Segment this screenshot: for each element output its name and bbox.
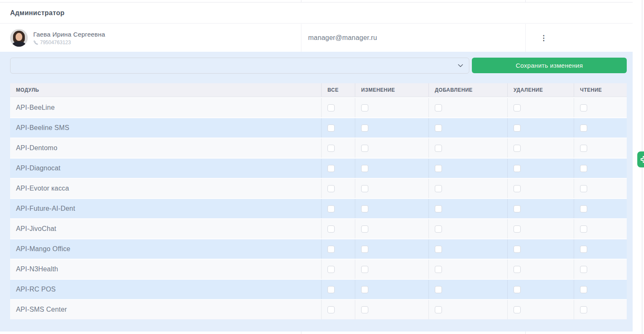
user-actions-cell: ⋮ (525, 24, 633, 52)
checkbox-all[interactable] (327, 286, 335, 293)
checkbox-delete[interactable] (514, 306, 521, 313)
checkbox-edit[interactable] (361, 165, 368, 172)
checkbox-all[interactable] (327, 185, 335, 192)
module-name: API-Beeline SMS (10, 118, 321, 138)
permissions-section: Сохранить изменения МОДУЛЬ ВСЕ ИЗМЕНЕНИЕ… (0, 52, 633, 331)
checkbox-all[interactable] (327, 104, 335, 111)
avatar-face (16, 33, 22, 41)
user-email: manager@manager.ru (308, 34, 377, 42)
checkbox-edit[interactable] (361, 286, 368, 293)
checkbox-edit[interactable] (361, 306, 368, 313)
checkbox-delete[interactable] (514, 104, 521, 111)
table-row: API-JivoChat (10, 218, 627, 239)
checkbox-read[interactable] (580, 225, 587, 233)
checkbox-edit[interactable] (361, 266, 368, 273)
checkbox-read[interactable] (580, 205, 587, 212)
column-divider (525, 0, 526, 3)
module-name: API-Diagnocat (10, 159, 321, 178)
avatar-shirt (12, 42, 26, 47)
checkbox-read[interactable] (580, 165, 587, 172)
checkbox-edit[interactable] (361, 225, 368, 233)
module-name: API-Dentomo (10, 138, 321, 158)
avatar (10, 29, 28, 47)
user-cell: Гаева Ирина Сергеевна 79504763123 (0, 24, 301, 52)
column-divider (301, 0, 301, 3)
checkbox-read[interactable] (580, 145, 587, 152)
section-title: Администратор (10, 9, 64, 17)
checkbox-edit[interactable] (361, 205, 368, 212)
checkbox-all[interactable] (327, 165, 335, 172)
checkbox-delete[interactable] (514, 145, 521, 152)
checkbox-read[interactable] (580, 286, 587, 293)
checkbox-delete[interactable] (514, 165, 521, 172)
checkbox-add[interactable] (435, 246, 442, 253)
checkbox-add[interactable] (435, 145, 442, 152)
user-phone-row: 79504763123 (33, 40, 105, 45)
checkbox-add[interactable] (435, 125, 442, 132)
module-name: API-JivoChat (10, 219, 321, 239)
checkbox-add[interactable] (435, 185, 442, 192)
checkbox-add[interactable] (435, 306, 442, 313)
column-divider (301, 331, 301, 334)
checkbox-edit[interactable] (361, 246, 368, 253)
permissions-table: МОДУЛЬ ВСЕ ИЗМЕНЕНИЕ ДОБАВЛЕНИЕ УДАЛЕНИЕ… (10, 83, 627, 319)
table-row: API-Dentomo (10, 138, 627, 158)
checkbox-delete[interactable] (514, 205, 521, 212)
checkbox-add[interactable] (435, 266, 442, 273)
checkbox-add[interactable] (435, 225, 442, 233)
checkbox-delete[interactable] (514, 225, 521, 233)
checkbox-read[interactable] (580, 104, 587, 111)
column-header-all: ВСЕ (321, 83, 355, 97)
next-row-remnant (0, 331, 633, 334)
column-header-module: МОДУЛЬ (10, 83, 321, 97)
column-header-add: ДОБАВЛЕНИЕ (428, 83, 507, 97)
table-row: API-Mango Office (10, 239, 627, 259)
checkbox-delete[interactable] (514, 246, 521, 253)
role-select[interactable] (10, 58, 469, 74)
checkbox-all[interactable] (327, 125, 335, 132)
checkbox-all[interactable] (327, 225, 335, 233)
module-name: API-RC POS (10, 280, 321, 299)
checkbox-add[interactable] (435, 165, 442, 172)
plus-icon (640, 155, 644, 164)
edge-widget-button[interactable] (637, 151, 644, 167)
module-name: API-Future-AI-Dent (10, 199, 321, 218)
checkbox-add[interactable] (435, 205, 442, 212)
checkbox-all[interactable] (327, 246, 335, 253)
checkbox-edit[interactable] (361, 185, 368, 192)
column-header-read: ЧТЕНИЕ (574, 83, 627, 97)
table-row: API-Beeline SMS (10, 117, 627, 138)
checkbox-add[interactable] (435, 286, 442, 293)
module-name: API-N3Health (10, 260, 321, 279)
previous-row-remnant (0, 0, 633, 3)
table-row: API-Evotor касса (10, 178, 627, 198)
checkbox-all[interactable] (327, 306, 335, 313)
checkbox-all[interactable] (327, 205, 335, 212)
checkbox-delete[interactable] (514, 266, 521, 273)
checkbox-delete[interactable] (514, 185, 521, 192)
checkbox-edit[interactable] (361, 104, 368, 111)
user-email-cell: manager@manager.ru (301, 24, 525, 52)
checkbox-delete[interactable] (514, 125, 521, 132)
module-name: API-Evotor касса (10, 179, 321, 198)
user-meta: Гаева Ирина Сергеевна 79504763123 (33, 31, 105, 45)
table-row: API-Diagnocat (10, 158, 627, 178)
phone-icon (33, 40, 38, 45)
checkbox-edit[interactable] (361, 125, 368, 132)
checkbox-read[interactable] (580, 185, 587, 192)
checkbox-read[interactable] (580, 266, 587, 273)
module-name: API-SMS Center (10, 300, 321, 319)
checkbox-all[interactable] (327, 266, 335, 273)
checkbox-edit[interactable] (361, 145, 368, 152)
save-button[interactable]: Сохранить изменения (472, 58, 627, 73)
checkbox-all[interactable] (327, 145, 335, 152)
kebab-menu-icon[interactable]: ⋮ (540, 34, 547, 42)
module-name: API-BeeLine (10, 98, 321, 117)
checkbox-read[interactable] (580, 306, 587, 313)
checkbox-read[interactable] (580, 125, 587, 132)
checkbox-read[interactable] (580, 246, 587, 253)
admin-permissions-page: Администратор Гаева Ирина Сергеевна 7950… (0, 0, 644, 334)
checkbox-delete[interactable] (514, 286, 521, 293)
section-header: Администратор (0, 3, 633, 24)
checkbox-add[interactable] (435, 104, 442, 111)
